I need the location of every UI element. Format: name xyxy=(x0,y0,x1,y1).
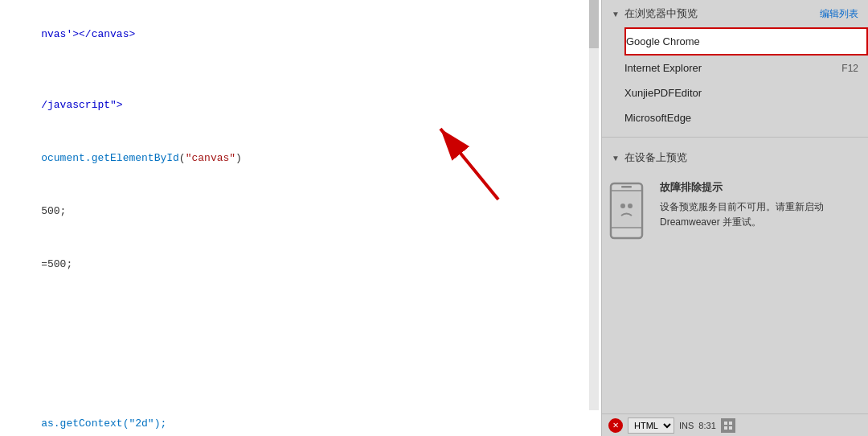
svg-rect-10 xyxy=(729,426,732,430)
code-line-2 xyxy=(16,61,591,79)
error-description: 设备预览服务目前不可用。请重新启动 Dreamweaver 并重试。 xyxy=(660,199,868,230)
svg-rect-9 xyxy=(724,426,727,430)
code-line-6: =500; xyxy=(16,238,591,291)
code-line-blank1 xyxy=(16,291,591,309)
device-icon xyxy=(602,179,650,244)
browser-item-chrome[interactable]: Google Chrome xyxy=(624,27,868,56)
svg-rect-1 xyxy=(613,191,640,227)
ins-label: INS xyxy=(679,421,694,430)
browser-item-ie[interactable]: Internet Explorer F12 xyxy=(624,56,868,80)
browser-section-title: 在浏览器中预览 xyxy=(624,6,820,21)
status-icon-box xyxy=(721,418,735,433)
error-status-icon: ✕ xyxy=(608,418,623,433)
code-line-blank2 xyxy=(16,309,591,327)
position-label: 8:31 xyxy=(698,421,715,430)
browser-name-xunjie: XunjiePDFEditor xyxy=(624,87,702,99)
scrollbar-thumb[interactable] xyxy=(589,0,599,48)
device-error-text: 故障排除提示 设备预览服务目前不可用。请重新启动 Dreamweaver 并重试… xyxy=(660,179,868,230)
browser-list: Google Chrome Internet Explorer F12 Xunj… xyxy=(602,27,868,130)
code-line-5: 500; xyxy=(16,185,591,238)
code-line-getctx: as.getContext("2d"); xyxy=(16,397,591,436)
svg-rect-6 xyxy=(621,186,632,188)
grid-icon xyxy=(723,421,733,430)
browser-section-header: ▼ 在浏览器中预览 编辑列表 xyxy=(602,0,868,27)
scrollbar-track[interactable] xyxy=(589,0,599,410)
code-line-blank3 xyxy=(16,327,591,344)
browser-name-ie: Internet Explorer xyxy=(624,62,702,74)
error-title: 故障排除提示 xyxy=(660,179,868,196)
svg-rect-7 xyxy=(724,422,727,425)
browser-item-edge[interactable]: MicrosoftEdge xyxy=(624,105,868,130)
browser-shortcut-ie: F12 xyxy=(841,63,858,74)
code-line-blank6 xyxy=(16,380,591,397)
browser-name-edge: MicrosoftEdge xyxy=(624,112,691,124)
device-section-title: 在设备上预览 xyxy=(624,150,858,165)
code-line-4: ocument.getElementById("canvas") xyxy=(16,132,591,185)
code-line-blank4 xyxy=(16,344,591,362)
device-preview-area: 故障排除提示 设备预览服务目前不可用。请重新启动 Dreamweaver 并重试… xyxy=(602,171,868,252)
svg-rect-8 xyxy=(729,422,732,425)
html-type-select[interactable]: HTML xyxy=(628,417,674,434)
svg-point-5 xyxy=(628,204,633,208)
edit-list-link[interactable]: 编辑列表 xyxy=(820,7,858,21)
code-editor: nvas'></canvas> /javascript"> ocument.ge… xyxy=(0,0,599,436)
svg-point-4 xyxy=(620,204,625,208)
status-bar: ✕ HTML INS 8:31 xyxy=(602,413,868,436)
code-line-blank5 xyxy=(16,362,591,380)
browser-item-xunjie[interactable]: XunjiePDFEditor xyxy=(624,80,868,105)
device-triangle-icon: ▼ xyxy=(612,154,620,162)
triangle-icon: ▼ xyxy=(612,10,620,19)
code-line-1: nvas'></canvas> xyxy=(16,8,591,61)
code-line-3: /javascript"> xyxy=(16,79,591,132)
browser-name-chrome: Google Chrome xyxy=(626,35,700,47)
section-divider xyxy=(602,137,868,138)
panel-area: ▼ 在浏览器中预览 编辑列表 Google Chrome Internet Ex… xyxy=(601,0,868,436)
phone-svg-icon xyxy=(608,182,645,242)
device-section-header: ▼ 在设备上预览 xyxy=(602,144,868,171)
